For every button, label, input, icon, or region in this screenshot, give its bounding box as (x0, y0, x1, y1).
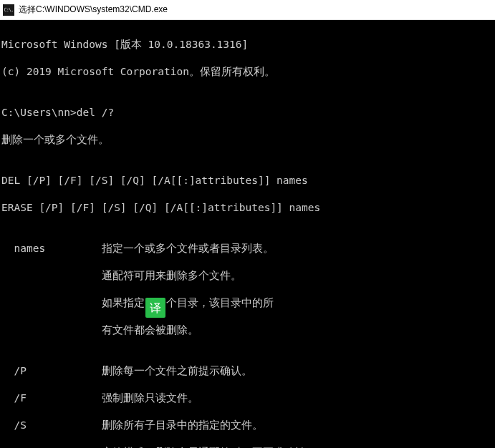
output-line: 删除一个或多个文件。 (0, 133, 495, 147)
output-line: ERASE [/P] [/F] [/S] [/Q] [/A[[:]attribu… (0, 201, 495, 215)
window-title-bar[interactable]: C:\. 选择C:\WINDOWS\system32\CMD.exe (0, 0, 495, 20)
output-line: 有文件都会被删除。 (0, 323, 495, 337)
output-line: /F 强制删除只读文件。 (0, 391, 495, 405)
output-line: (c) 2019 Microsoft Corporation。保留所有权利。 (0, 65, 495, 79)
translate-icon[interactable]: 译 (145, 298, 165, 318)
output-line: /S 删除所有子目录中的指定的文件。 (0, 419, 495, 432)
output-line: 通配符可用来删除多个文件。 (0, 269, 495, 283)
output-line: /P 删除每一个文件之前提示确认。 (0, 364, 495, 378)
output-line: DEL [/P] [/F] [/S] [/Q] [/A[[:]attribute… (0, 174, 495, 188)
output-line: names 指定一个或多个文件或者目录列表。 (0, 242, 495, 255)
terminal-output[interactable]: Microsoft Windows [版本 10.0.18363.1316] (… (0, 20, 495, 448)
window-title: 选择C:\WINDOWS\system32\CMD.exe (19, 4, 168, 16)
prompt-line: C:\Users\nn>del /? (0, 106, 495, 120)
output-line: Microsoft Windows [版本 10.0.18363.1316] (0, 38, 495, 52)
cmd-icon: C:\. (3, 4, 14, 16)
output-line: 如果指定了一个目录，该目录中的所 (0, 296, 495, 310)
